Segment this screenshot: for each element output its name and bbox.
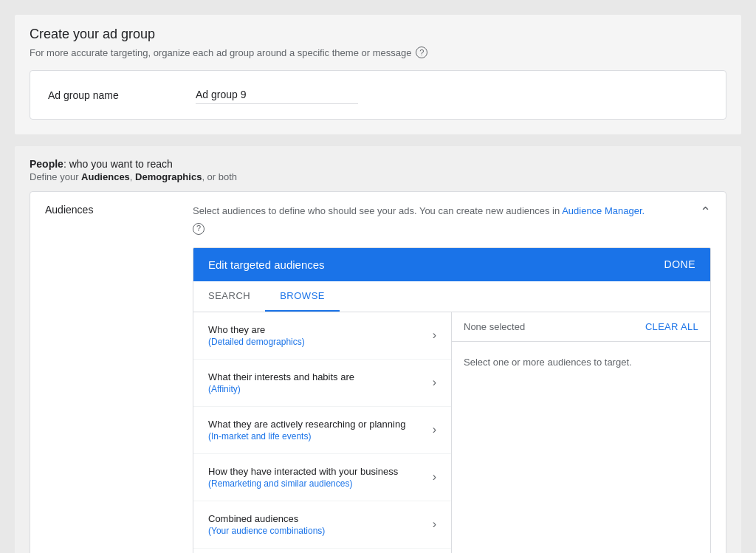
audience-manager-link[interactable]: Audience Manager. [562,205,645,216]
browse-item-subtitle-2: (Affinity) [208,384,433,394]
browse-item-title-2: What their interests and habits are [208,371,433,382]
done-button[interactable]: DONE [664,258,695,270]
chevron-icon-2: › [433,376,436,389]
none-selected-text: None selected [464,321,525,332]
people-title: People: who you want to reach [30,158,726,170]
people-section: People: who you want to reach Define you… [15,146,741,553]
content-area: Who they are (Detailed demographics) › W… [193,312,710,553]
tab-search[interactable]: SEARCH [193,281,265,312]
chevron-icon-5: › [433,518,436,531]
people-subtitle-prefix: Define your [30,171,81,182]
browse-item-subtitle-3: (In-market and life events) [208,431,433,442]
people-subtitle-separator: , [130,171,135,182]
browse-item-text-4: How they have interacted with your busin… [208,466,433,489]
audiences-info-icon[interactable]: ? [193,223,205,235]
subtitle-text: For more accurate targeting, organize ea… [30,47,411,58]
people-title-suffix: : who you want to reach [63,158,173,170]
page-title: Create your ad group [30,27,726,42]
browse-item-text-1: Who they are (Detailed demographics) [208,324,433,347]
edit-panel-header: Edit targeted audiences DONE [193,248,710,281]
browse-item-text-2: What their interests and habits are (Aff… [208,371,433,394]
tab-browse[interactable]: BROWSE [265,281,340,312]
people-subtitle-suffix: , or both [202,171,237,182]
ad-group-label: Ad group name [48,89,196,101]
browse-item-subtitle-4: (Remarketing and similar audiences) [208,478,433,489]
edit-panel: Edit targeted audiences DONE SEARCH BROW… [193,247,711,553]
tabs-row: SEARCH BROWSE [193,281,710,312]
selection-header: None selected CLEAR ALL [452,312,710,342]
browse-item-interests[interactable]: What their interests and habits are (Aff… [193,360,451,407]
browse-item-title-3: What they are actively researching or pl… [208,419,433,430]
browse-item-title-5: Combined audiences [208,513,433,524]
chevron-icon-1: › [433,329,436,342]
page-subtitle: For more accurate targeting, organize ea… [30,47,726,58]
ad-group-name-input[interactable] [196,86,358,104]
header-section: Create your ad group For more accurate t… [15,15,741,134]
people-title-bold: People [30,158,63,170]
clear-all-button[interactable]: CLEAR ALL [645,321,698,332]
browse-item-title-4: How they have interacted with your busin… [208,466,433,477]
selection-panel: None selected CLEAR ALL Select one or mo… [452,312,710,553]
audiences-description: Select audiences to define who should se… [193,204,691,236]
audiences-outer: Audiences Select audiences to define who… [30,191,726,553]
chevron-icon-4: › [433,470,436,484]
browse-item-text-3: What they are actively researching or pl… [208,419,433,442]
browse-item-text-5: Combined audiences (Your audience combin… [208,513,433,536]
browse-item-researching[interactable]: What they are actively researching or pl… [193,407,451,454]
ad-group-card: Ad group name [30,70,726,120]
browse-item-combined[interactable]: Combined audiences (Your audience combin… [193,501,451,549]
browse-item-interacted[interactable]: How they have interacted with your busin… [193,454,451,501]
subtitle-info-icon[interactable]: ? [416,47,427,58]
people-subtitle: Define your Audiences, Demographics, or … [30,171,726,182]
selection-hint: Select one or more audiences to target. [452,342,710,382]
people-subtitle-audiences: Audiences [81,171,130,182]
browse-item-custom[interactable]: Your custom audiences (Custom audiences)… [193,549,451,553]
chevron-icon-3: › [433,423,436,436]
browse-item-title-1: Who they are [208,324,433,335]
audiences-header: Audiences Select audiences to define who… [30,192,726,247]
browse-panel: Who they are (Detailed demographics) › W… [193,312,452,553]
edit-panel-title: Edit targeted audiences [208,258,325,271]
page-container: Create your ad group For more accurate t… [15,15,741,553]
browse-item-who-they-are[interactable]: Who they are (Detailed demographics) › [193,312,451,360]
browse-item-subtitle-5: (Your audience combinations) [208,526,433,536]
browse-item-subtitle-1: (Detailed demographics) [208,337,433,347]
audiences-label: Audiences [45,204,193,216]
audiences-collapse-icon[interactable]: ⌃ [700,204,711,220]
people-subtitle-demographics: Demographics [135,171,202,182]
audiences-desc-prefix: Select audiences to define who should se… [193,205,562,216]
